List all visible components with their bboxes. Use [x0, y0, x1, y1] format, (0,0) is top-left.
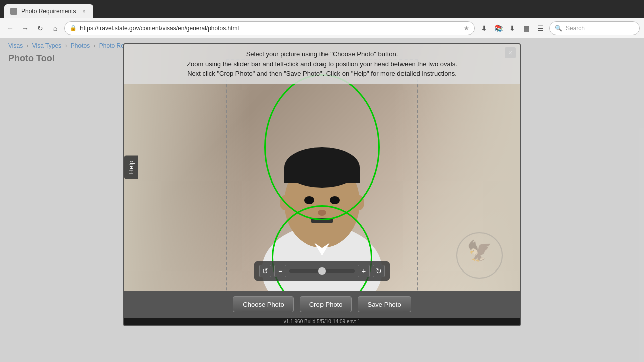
tab-close-button[interactable]: × — [80, 8, 87, 15]
zoom-track[interactable] — [289, 269, 355, 273]
help-button[interactable]: Help — [124, 156, 138, 179]
downloads-icon[interactable]: ⬇ — [478, 22, 490, 34]
zoom-out-button[interactable]: − — [274, 265, 286, 277]
photo-area[interactable]: Select your picture using the "Choose Ph… — [124, 44, 520, 291]
zoom-bar: ↺ − + ↻ — [254, 261, 390, 281]
search-text: Search — [566, 25, 585, 32]
choose-photo-button[interactable]: Choose Photo — [233, 296, 293, 312]
pocket-icon[interactable]: ⬇ — [506, 22, 518, 34]
home-button[interactable]: ⌂ — [49, 22, 61, 34]
lock-icon: 🔒 — [70, 25, 77, 31]
instruction-line-1: Select your picture using the "Choose Ph… — [134, 49, 510, 59]
eagle-watermark: 🦅 — [454, 230, 505, 281]
address-bar[interactable]: 🔒 https://travel.state.gov/content/visas… — [64, 21, 475, 35]
save-photo-button[interactable]: Save Photo — [358, 296, 411, 312]
reload-button[interactable]: ↻ — [34, 22, 46, 34]
instruction-line-2: Zoom using the slider bar and left-click… — [134, 59, 510, 69]
photo-tool-modal: × Select your picture using the "Choose … — [123, 43, 521, 326]
modal-overlay: × Select your picture using the "Choose … — [0, 38, 644, 362]
search-bar[interactable]: 🔍 Search — [549, 21, 640, 35]
url-text: https://travel.state.gov/content/visas/e… — [80, 25, 461, 32]
sidebar-icon[interactable]: ▤ — [520, 22, 532, 34]
library-icon[interactable]: 📚 — [492, 22, 504, 34]
instruction-line-3: Next click "Crop Photo" and then "Save P… — [134, 69, 510, 79]
tab-title: Photo Requirements — [21, 8, 76, 15]
bottom-toolbar: Choose Photo Crop Photo Save Photo — [124, 291, 520, 318]
tab-bar: Photo Requirements × — [0, 0, 644, 18]
svg-text:🦅: 🦅 — [467, 239, 492, 263]
menu-icon[interactable]: ☰ — [534, 22, 546, 34]
nav-icons: ⬇ 📚 ⬇ ▤ ☰ — [478, 22, 546, 34]
search-icon: 🔍 — [555, 25, 562, 32]
nav-bar: ← → ↻ ⌂ 🔒 https://travel.state.gov/conte… — [0, 18, 644, 38]
zoom-thumb[interactable] — [318, 267, 326, 275]
forward-button[interactable]: → — [19, 22, 31, 34]
crop-photo-button[interactable]: Crop Photo — [300, 296, 352, 312]
back-button[interactable]: ← — [4, 22, 16, 34]
rotate-left-button[interactable]: ↺ — [259, 265, 271, 277]
page-content: Visas › Visa Types › Photos › Photo Requ… — [0, 38, 644, 362]
tab-favicon — [10, 8, 17, 15]
version-info: v1.1.960 Build 5/5/10-14:09 env: 1 — [124, 318, 520, 325]
rotate-right-button[interactable]: ↻ — [373, 265, 385, 277]
active-tab[interactable]: Photo Requirements × — [4, 4, 93, 18]
bookmark-star-icon[interactable]: ★ — [464, 25, 469, 32]
instructions-panel: Select your picture using the "Choose Ph… — [124, 44, 520, 84]
face-oval-outer — [264, 74, 380, 220]
zoom-in-button[interactable]: + — [358, 265, 370, 277]
